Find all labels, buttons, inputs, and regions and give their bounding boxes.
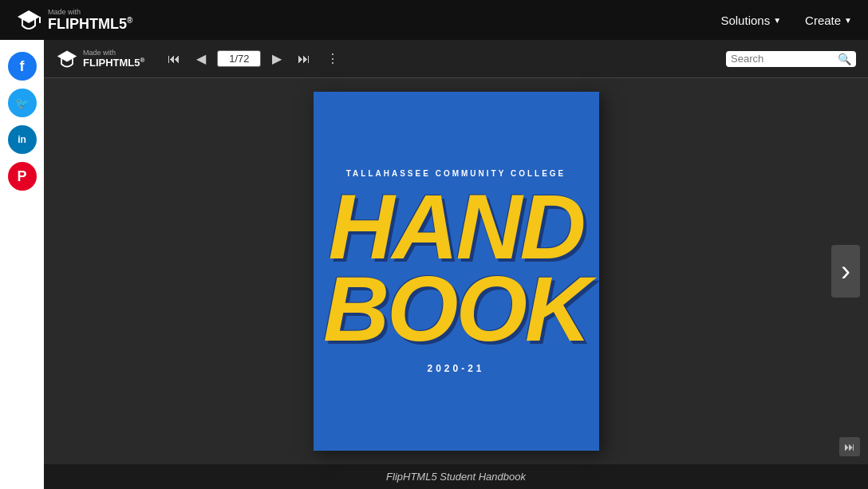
skip-end-icon: ⏭ — [844, 440, 855, 453]
toolbar-logo: Made with FLIPHTML5® — [56, 48, 144, 70]
next-page-nav-arrow[interactable]: › — [831, 245, 860, 298]
more-options-button[interactable]: ⋮ — [322, 48, 344, 69]
brand-logo: Made with FLIPHTML5® — [16, 7, 132, 33]
svg-marker-2 — [57, 50, 77, 61]
search-wrap: 🔍 — [726, 51, 856, 67]
top-navigation: Made with FLIPHTML5® Solutions ▼ Create … — [0, 0, 868, 40]
linkedin-icon: in — [18, 134, 26, 145]
pinterest-icon: P — [17, 168, 26, 185]
caption-text: FlipHTML5 Student Handbook — [386, 471, 526, 483]
handbook-line2: BOOK — [323, 268, 589, 351]
book-caption: FlipHTML5 Student Handbook — [44, 464, 868, 489]
social-sidebar: f 🐦 in P — [0, 40, 44, 489]
create-button[interactable]: Create ▼ — [805, 14, 852, 27]
pinterest-share-button[interactable]: P — [8, 162, 37, 191]
next-page-button[interactable]: ▶ — [267, 48, 286, 69]
last-page-button[interactable]: ⏭ — [293, 49, 315, 69]
toolbar-brand-name: FLIPHTML5® — [83, 57, 144, 69]
toolbar-made-with: Made with — [83, 49, 144, 57]
handbook-line1: HAND — [328, 186, 583, 269]
first-page-button[interactable]: ⏮ — [163, 49, 185, 69]
main-area: f 🐦 in P Made with FLIPHTML5® — [0, 40, 868, 489]
search-icon: 🔍 — [838, 53, 851, 65]
twitter-icon: 🐦 — [15, 97, 29, 109]
made-with-label: Made with — [48, 8, 132, 16]
search-input[interactable] — [731, 53, 834, 65]
solutions-chevron-icon: ▼ — [773, 16, 781, 25]
solutions-button[interactable]: Solutions ▼ — [720, 14, 781, 27]
facebook-icon: f — [20, 58, 25, 75]
mortarboard-icon — [16, 7, 41, 33]
toolbar-brand-text: Made with FLIPHTML5® — [83, 49, 144, 69]
linkedin-share-button[interactable]: in — [8, 125, 37, 154]
prev-page-button[interactable]: ◀ — [191, 48, 211, 69]
twitter-share-button[interactable]: 🐦 — [8, 89, 37, 117]
viewer-toolbar: Made with FLIPHTML5® ⏮ ◀ ▶ ⏭ ⋮ 🔍 — [44, 40, 868, 78]
toolbar-mortarboard-icon — [56, 48, 78, 70]
book-viewer: TALLAHASSEE COMMUNITY COLLEGE HAND BOOK … — [44, 78, 868, 464]
page-input-wrap — [217, 50, 261, 67]
book-cover: TALLAHASSEE COMMUNITY COLLEGE HAND BOOK … — [314, 92, 599, 451]
nav-right: Solutions ▼ Create ▼ — [720, 14, 852, 27]
facebook-share-button[interactable]: f — [8, 52, 37, 81]
skip-to-end-button[interactable]: ⏭ — [839, 437, 860, 456]
viewer-area: Made with FLIPHTML5® ⏮ ◀ ▶ ⏭ ⋮ 🔍 — [44, 40, 868, 489]
page-number-input[interactable] — [217, 50, 261, 67]
create-chevron-icon: ▼ — [844, 16, 852, 25]
search-button[interactable]: 🔍 — [838, 53, 851, 65]
brand-name: FLIPHTML5® — [48, 16, 132, 33]
handbook-year: 2020-21 — [427, 363, 484, 374]
logo-text-area: Made with FLIPHTML5® — [48, 8, 132, 33]
svg-marker-0 — [18, 10, 40, 23]
